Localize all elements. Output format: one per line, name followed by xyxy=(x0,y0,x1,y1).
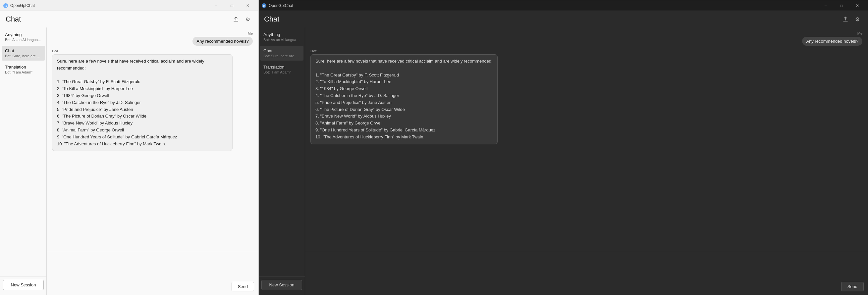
bot-bubble-light: Sure, here are a few novels that have re… xyxy=(52,54,232,151)
bot-label-dark: Bot xyxy=(310,49,862,53)
sidebar-item-anything-light[interactable]: Anything Bot: As an AI language... xyxy=(2,30,45,44)
input-area-light: Send xyxy=(47,251,258,295)
me-label-light: Me xyxy=(248,31,253,35)
chat-input-dark[interactable] xyxy=(309,254,864,281)
sidebar-item-chat-preview-dark: Bot: Sure, here are a fe... xyxy=(264,54,300,58)
send-button-dark[interactable]: Send xyxy=(841,282,864,291)
titlebar-app-name-light: OpenGptChat xyxy=(10,3,208,8)
sidebar-item-chat-light[interactable]: Chat Bot: Sure, here are a fe... xyxy=(2,46,45,61)
input-footer-light: Send xyxy=(51,282,254,291)
sidebar-item-chat-preview-light: Bot: Sure, here are a fe... xyxy=(5,54,42,58)
dark-window-layout: Chat ⚙ Anything Bot: As an AI language..… xyxy=(259,11,868,295)
dark-inner: Anything Bot: As an AI language... Chat … xyxy=(259,28,868,295)
titlebar-light: G OpenGptChat – □ ✕ xyxy=(0,0,258,11)
page-header-dark: Chat ⚙ xyxy=(259,11,868,28)
bot-label-light: Bot xyxy=(52,49,253,53)
titlebar-dark: G OpenGptChat – □ ✕ xyxy=(259,0,868,11)
new-session-bar-light: New Session xyxy=(0,276,46,293)
sidebar-item-translation-name-light: Translation xyxy=(5,65,42,69)
maximize-button-dark[interactable]: □ xyxy=(834,0,849,11)
sidebar-item-anything-name-dark: Anything xyxy=(264,32,300,37)
bot-message-row-dark: Bot Sure, here are a few novels that hav… xyxy=(310,49,862,144)
sidebar-item-chat-dark[interactable]: Chat Bot: Sure, here are a fe... xyxy=(260,46,304,61)
input-area-dark: Send xyxy=(305,251,868,295)
bot-message-row-light: Bot Sure, here are a few novels that hav… xyxy=(52,49,253,151)
page-title-dark: Chat xyxy=(264,15,279,24)
upload-icon-dark[interactable] xyxy=(840,14,850,24)
chat-input-light[interactable] xyxy=(51,254,254,281)
light-window: G OpenGptChat – □ ✕ Chat ⚙ A xyxy=(0,0,258,295)
user-bubble-light: Any recommended novels? xyxy=(192,37,253,46)
new-session-bar-dark: New Session xyxy=(259,276,305,293)
sidebar-dark: Anything Bot: As an AI language... Chat … xyxy=(259,28,305,295)
minimize-button-light[interactable]: – xyxy=(208,0,224,11)
sidebar-item-anything-name-light: Anything xyxy=(5,32,42,37)
sidebar-item-translation-preview-light: Bot: "I am Adam" xyxy=(5,70,42,74)
minimize-button-dark[interactable]: – xyxy=(818,0,833,11)
chat-area-dark: Me Any recommended novels? Bot Sure, her… xyxy=(305,28,868,295)
input-footer-dark: Send xyxy=(309,282,864,291)
app-logo-light: G xyxy=(3,3,8,8)
chat-messages-light: Me Any recommended novels? Bot Sure, her… xyxy=(47,28,258,251)
close-button-light[interactable]: ✕ xyxy=(240,0,255,11)
page-header-light: Chat ⚙ xyxy=(0,11,258,28)
page-title-light: Chat xyxy=(6,15,21,24)
header-icons-light: ⚙ xyxy=(231,14,253,24)
send-button-light[interactable]: Send xyxy=(231,282,254,291)
sidebar-item-translation-dark[interactable]: Translation Bot: "I am Adam" xyxy=(260,62,304,77)
dark-window: G OpenGptChat – □ ✕ Chat ⚙ xyxy=(258,0,868,295)
sidebar-item-anything-dark[interactable]: Anything Bot: As an AI language... xyxy=(260,30,304,44)
chat-area-light: Me Any recommended novels? Bot Sure, her… xyxy=(47,28,258,295)
user-message-row-light: Me Any recommended novels? xyxy=(52,31,253,46)
sidebar-item-anything-preview-light: Bot: As an AI language... xyxy=(5,38,42,42)
main-area-light: Anything Bot: As an AI language... Chat … xyxy=(0,28,258,295)
me-label-dark: Me xyxy=(858,31,862,35)
user-bubble-dark: Any recommended novels? xyxy=(802,37,862,46)
window-controls-dark: – □ ✕ xyxy=(818,0,865,11)
upload-svg-dark xyxy=(842,16,848,22)
gear-icon-dark[interactable]: ⚙ xyxy=(852,14,862,24)
sidebar-light: Anything Bot: As an AI language... Chat … xyxy=(0,28,47,295)
close-button-dark[interactable]: ✕ xyxy=(850,0,865,11)
maximize-button-light[interactable]: □ xyxy=(224,0,240,11)
sidebar-item-translation-light[interactable]: Translation Bot: "I am Adam" xyxy=(2,62,45,77)
bot-bubble-dark: Sure, here are a few novels that have re… xyxy=(310,54,498,144)
user-message-row-dark: Me Any recommended novels? xyxy=(310,31,862,46)
upload-icon-light[interactable] xyxy=(231,14,241,24)
sidebar-item-translation-name-dark: Translation xyxy=(264,65,300,69)
titlebar-app-name-dark: OpenGptChat xyxy=(269,3,818,8)
header-icons-dark: ⚙ xyxy=(840,14,862,24)
gear-icon-light[interactable]: ⚙ xyxy=(243,14,253,24)
svg-text:G: G xyxy=(4,4,7,8)
app-logo-dark: G xyxy=(261,3,267,8)
new-session-button-dark[interactable]: New Session xyxy=(261,280,302,290)
window-controls-light: – □ ✕ xyxy=(208,0,255,11)
sidebar-item-chat-name-light: Chat xyxy=(5,48,42,53)
sidebar-item-anything-preview-dark: Bot: As an AI language... xyxy=(264,38,300,42)
sidebar-item-translation-preview-dark: Bot: "I am Adam" xyxy=(264,70,300,74)
sidebar-item-chat-name-dark: Chat xyxy=(264,48,300,53)
chat-messages-dark: Me Any recommended novels? Bot Sure, her… xyxy=(305,28,868,251)
svg-text:G: G xyxy=(263,4,265,8)
new-session-button-light[interactable]: New Session xyxy=(3,280,44,290)
upload-svg-light xyxy=(233,16,239,22)
